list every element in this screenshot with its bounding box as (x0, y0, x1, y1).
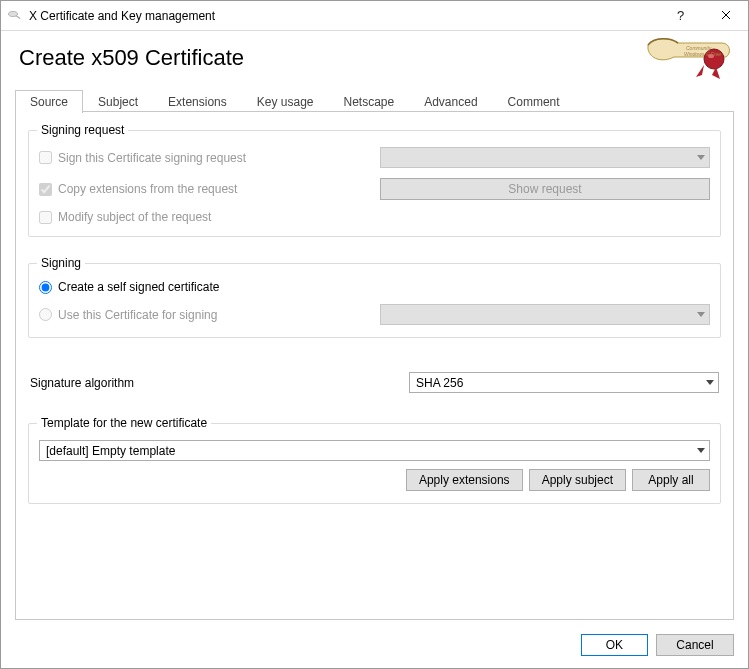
check-copy-extensions: Copy extensions from the request (39, 182, 362, 196)
radio-self-signed[interactable]: Create a self signed certificate (39, 280, 362, 294)
app-icon (7, 8, 23, 24)
tab-netscape[interactable]: Netscape (328, 90, 409, 113)
check-modify-subject-label: Modify subject of the request (58, 210, 211, 224)
tab-label: Source (30, 95, 68, 109)
tab-key-usage[interactable]: Key usage (242, 90, 329, 113)
check-sign-csr-input (39, 151, 52, 164)
dialog-footer: OK Cancel (1, 630, 748, 668)
chevron-down-icon (697, 312, 705, 317)
tab-label: Netscape (343, 95, 394, 109)
page-title: Create x509 Certificate (19, 45, 244, 71)
window: X Certificate and Key management ? Creat… (0, 0, 749, 669)
radio-self-signed-input[interactable] (39, 281, 52, 294)
group-legend: Template for the new certificate (37, 416, 211, 430)
check-sign-csr-label: Sign this Certificate signing request (58, 151, 246, 165)
apply-subject-button[interactable]: Apply subject (529, 469, 626, 491)
show-request-button: Show request (380, 178, 710, 200)
button-label: Show request (508, 182, 581, 196)
group-signing: Signing Create a self signed certificate… (28, 263, 721, 338)
group-legend: Signing (37, 256, 85, 270)
group-signing-request: Signing request Sign this Certificate si… (28, 130, 721, 237)
signature-algorithm-value: SHA 256 (416, 376, 463, 390)
button-label: Apply all (648, 473, 693, 487)
svg-rect-1 (15, 15, 20, 19)
signer-cert-select (380, 304, 710, 325)
tab-advanced[interactable]: Advanced (409, 90, 492, 113)
tab-label: Advanced (424, 95, 477, 109)
tab-label: Subject (98, 95, 138, 109)
check-copy-extensions-label: Copy extensions from the request (58, 182, 237, 196)
apply-all-button[interactable]: Apply all (632, 469, 710, 491)
signature-algorithm-label: Signature algorithm (30, 376, 409, 390)
tab-bar: Source Subject Extensions Key usage Nets… (1, 71, 748, 112)
ok-button[interactable]: OK (581, 634, 648, 656)
signature-algorithm-select[interactable]: SHA 256 (409, 372, 719, 393)
tab-panel-source: Signing request Sign this Certificate si… (15, 112, 734, 620)
window-title: X Certificate and Key management (29, 9, 215, 23)
radio-use-cert-label: Use this Certificate for signing (58, 308, 217, 322)
check-modify-subject: Modify subject of the request (39, 210, 362, 224)
button-label: Cancel (676, 638, 713, 652)
chevron-down-icon (706, 380, 714, 385)
help-button[interactable]: ? (658, 1, 703, 31)
button-label: Apply extensions (419, 473, 510, 487)
radio-use-cert: Use this Certificate for signing (39, 308, 362, 322)
group-template: Template for the new certificate [defaul… (28, 423, 721, 504)
button-label: OK (606, 638, 623, 652)
cancel-button[interactable]: Cancel (656, 634, 734, 656)
radio-use-cert-input (39, 308, 52, 321)
titlebar: X Certificate and Key management ? (1, 1, 748, 31)
tab-extensions[interactable]: Extensions (153, 90, 242, 113)
button-label: Apply subject (542, 473, 613, 487)
chevron-down-icon (697, 155, 705, 160)
apply-extensions-button[interactable]: Apply extensions (406, 469, 523, 491)
tab-label: Key usage (257, 95, 314, 109)
radio-self-signed-label: Create a self signed certificate (58, 280, 219, 294)
tab-comment[interactable]: Comment (493, 90, 575, 113)
check-sign-csr: Sign this Certificate signing request (39, 151, 362, 165)
tab-label: Extensions (168, 95, 227, 109)
tab-label: Comment (508, 95, 560, 109)
tab-source[interactable]: Source (15, 90, 83, 113)
help-icon: ? (677, 8, 684, 23)
group-legend: Signing request (37, 123, 128, 137)
check-modify-subject-input (39, 211, 52, 224)
header: Create x509 Certificate Community Window… (1, 31, 748, 71)
close-icon (721, 8, 731, 23)
close-button[interactable] (703, 1, 748, 31)
csr-select (380, 147, 710, 168)
tab-subject[interactable]: Subject (83, 90, 153, 113)
template-value: [default] Empty template (46, 444, 175, 458)
check-copy-extensions-input (39, 183, 52, 196)
template-select[interactable]: [default] Empty template (39, 440, 710, 461)
chevron-down-icon (697, 448, 705, 453)
svg-text:Windows © Free: Windows © Free (684, 51, 721, 57)
